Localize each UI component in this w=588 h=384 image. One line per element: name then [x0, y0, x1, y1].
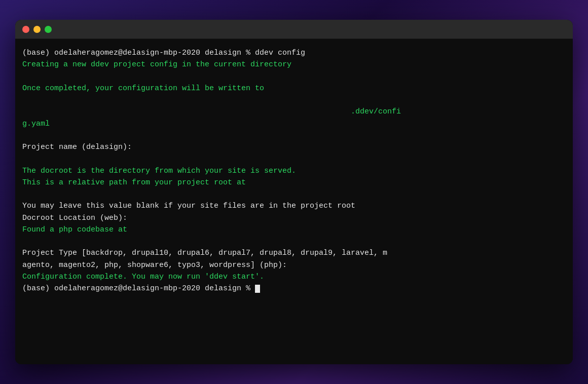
terminal-line: .ddev/confi [22, 106, 566, 118]
terminal-line: You may leave this value blank if your s… [22, 200, 566, 212]
terminal-blank-line [22, 188, 566, 200]
terminal-blank-line [22, 236, 566, 247]
terminal-line: Configuration complete. You may now run … [22, 271, 566, 283]
terminal-blank-line [22, 130, 566, 141]
minimize-button[interactable] [33, 26, 41, 33]
terminal-line: The docroot is the directory from which … [22, 165, 566, 177]
terminal-line: Found a php codebase at [22, 224, 566, 236]
terminal-line: (base) odelaheragomez@delasign-mbp-2020 … [22, 47, 566, 59]
terminal-window: (base) odelaheragomez@delasign-mbp-2020 … [15, 20, 573, 364]
terminal-line: This is a relative path from your projec… [22, 177, 566, 188]
terminal-body: (base) odelaheragomez@delasign-mbp-2020 … [15, 39, 573, 364]
terminal-blank-line [22, 71, 566, 83]
terminal-line: Once completed, your configuration will … [22, 83, 566, 94]
terminal-line: agento, magento2, php, shopware6, typo3,… [22, 259, 566, 271]
terminal-line: Project Type [backdrop, drupal10, drupal… [22, 247, 566, 259]
close-button[interactable] [22, 26, 29, 33]
maximize-button[interactable] [45, 26, 52, 33]
terminal-titlebar [15, 20, 573, 39]
terminal-line: Project name (delasign): [22, 141, 566, 153]
terminal-prompt-line: (base) odelaheragomez@delasign-mbp-2020 … [22, 283, 566, 294]
terminal-blank-line [22, 153, 566, 165]
terminal-line: Creating a new ddev project config in th… [22, 59, 566, 70]
terminal-line: g.yaml [22, 118, 566, 130]
terminal-cursor [255, 285, 260, 293]
terminal-line: Docroot Location (web): [22, 212, 566, 224]
terminal-blank-line [22, 94, 566, 106]
